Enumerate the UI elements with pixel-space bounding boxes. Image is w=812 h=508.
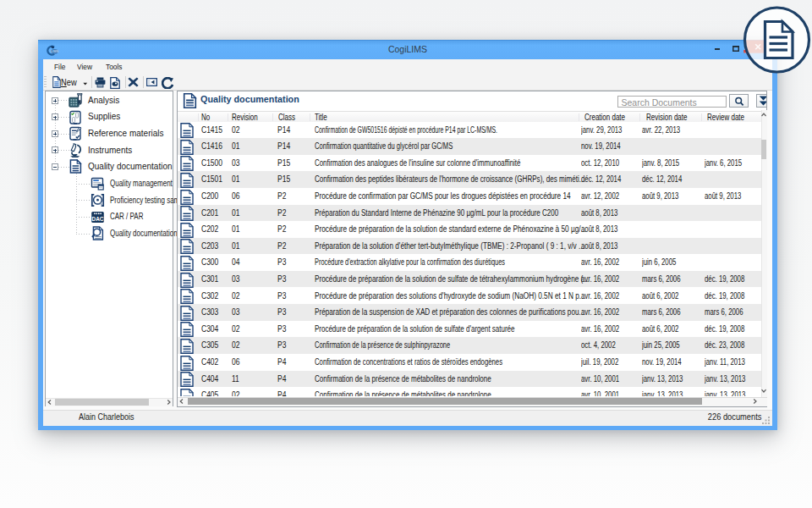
svg-text:DAC: DAC [92, 215, 104, 221]
